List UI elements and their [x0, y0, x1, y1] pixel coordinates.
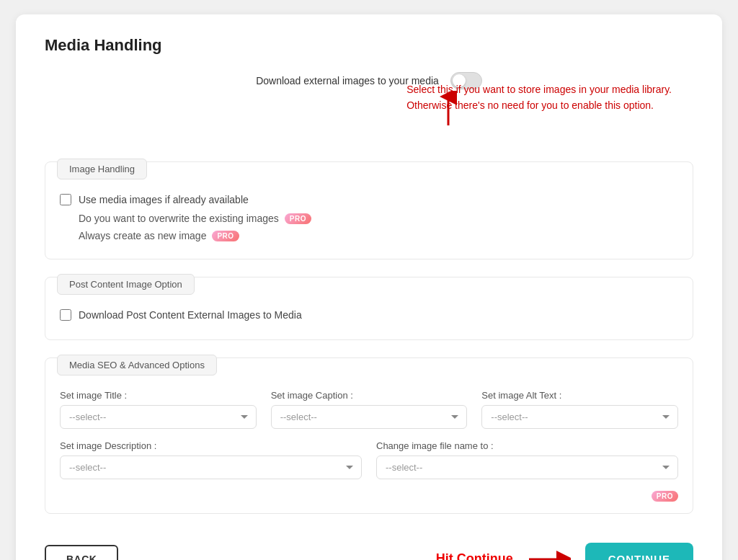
- main-card: Media Handling Download external images …: [16, 14, 722, 560]
- image-title-label: Set image Title :: [60, 390, 257, 401]
- image-desc-select[interactable]: --select--: [60, 455, 362, 479]
- image-caption-group: Set image Caption : --select--: [271, 390, 468, 429]
- page-title: Media Handling: [45, 36, 693, 55]
- footer-right: Hit Continue CONTINUE: [436, 543, 693, 560]
- image-desc-group: Set image Description : --select--: [60, 440, 362, 479]
- post-content-section: Post Content Image Option Download Post …: [45, 277, 693, 340]
- media-seo-pro-badge: PRO: [652, 491, 678, 502]
- image-filename-label: Change image file name to :: [376, 440, 678, 451]
- use-media-images-checkbox[interactable]: [60, 194, 71, 205]
- image-alt-label: Set image Alt Text :: [481, 390, 678, 401]
- overwrite-images-row: Do you want to overwrite the existing im…: [79, 213, 678, 224]
- always-create-new-label: Always create as new image: [79, 230, 206, 241]
- annotation-text: Select this if you want to store images …: [406, 82, 672, 113]
- image-alt-group: Set image Alt Text : --select--: [481, 390, 678, 429]
- overwrite-images-label: Do you want to overwrite the existing im…: [79, 213, 279, 224]
- image-handling-section: Image Handling Use media images if alrea…: [45, 161, 693, 259]
- hit-continue-label: Hit Continue: [436, 551, 513, 560]
- use-media-images-row: Use media images if already available: [60, 194, 678, 205]
- continue-button[interactable]: CONTINUE: [585, 543, 693, 560]
- image-caption-label: Set image Caption :: [271, 390, 468, 401]
- image-handling-header: Image Handling: [57, 159, 147, 179]
- image-caption-select[interactable]: --select--: [271, 405, 468, 429]
- seo-fields-row1: Set image Title : --select-- Set image C…: [60, 390, 678, 429]
- download-post-content-label: Download Post Content External Images to…: [79, 309, 302, 321]
- download-post-content-checkbox[interactable]: [60, 309, 71, 321]
- overwrite-pro-badge: PRO: [285, 213, 311, 224]
- always-create-pro-badge: PRO: [212, 231, 239, 241]
- footer: BACK Hit Continue CONTINUE: [45, 535, 693, 560]
- media-seo-section: Media SEO & Advanced Options Set image T…: [45, 357, 693, 514]
- image-title-select[interactable]: --select--: [60, 405, 257, 429]
- media-seo-header: Media SEO & Advanced Options: [57, 355, 217, 375]
- download-post-content-row: Download Post Content External Images to…: [60, 309, 678, 321]
- seo-fields-row2: Set image Description : --select-- Chang…: [60, 440, 678, 479]
- back-button[interactable]: BACK: [45, 545, 118, 561]
- use-media-images-label: Use media images if already available: [79, 194, 249, 205]
- image-alt-select[interactable]: --select--: [481, 405, 678, 429]
- post-content-header: Post Content Image Option: [57, 274, 195, 295]
- image-filename-group: Change image file name to : --select--: [376, 440, 678, 479]
- image-title-group: Set image Title : --select--: [60, 390, 257, 429]
- image-filename-select[interactable]: --select--: [376, 455, 678, 479]
- always-create-new-row: Always create as new image PRO: [79, 230, 678, 241]
- image-desc-label: Set image Description :: [60, 440, 362, 451]
- right-arrow-icon: [528, 551, 571, 561]
